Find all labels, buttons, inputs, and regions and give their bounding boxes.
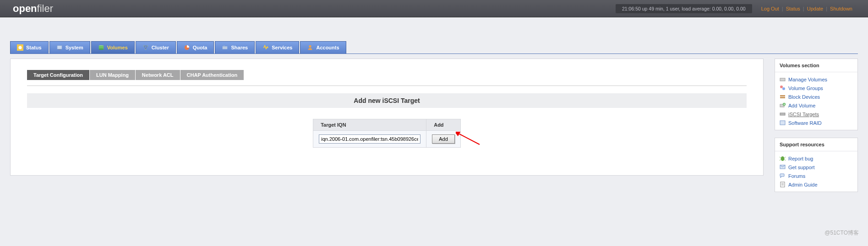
- svg-rect-18: [780, 95, 785, 96]
- top-bar: openfiler 21:06:50 up 49 min, 1 user, lo…: [0, 0, 868, 17]
- shutdown-link[interactable]: Shutdown: [827, 6, 855, 11]
- accounts-icon: [307, 44, 313, 51]
- link-block-devices[interactable]: Block Devices: [780, 94, 853, 100]
- forums-icon: [780, 173, 786, 179]
- guide-icon: [780, 182, 786, 187]
- link-forums[interactable]: Forums: [780, 173, 853, 179]
- main-nav: Status System Volumes Cluster Quota Shar…: [10, 41, 858, 54]
- iscsi-icon: [780, 111, 786, 117]
- sub-nav: Target Configuration LUN Mapping Network…: [27, 70, 747, 80]
- nav-volumes[interactable]: Volumes: [91, 41, 135, 53]
- nav-shares[interactable]: Shares: [215, 41, 255, 53]
- svg-point-13: [309, 45, 311, 48]
- subnav-target-config[interactable]: Target Configuration: [27, 70, 90, 80]
- nav-quota[interactable]: Quota: [177, 41, 214, 53]
- link-manage-volumes[interactable]: Manage Volumes: [780, 76, 853, 82]
- quota-icon: [184, 44, 190, 51]
- svg-rect-12: [224, 46, 225, 47]
- svg-rect-22: [780, 113, 785, 115]
- svg-point-1: [19, 46, 22, 49]
- svg-rect-19: [780, 97, 785, 98]
- main-content: Target Configuration LUN Mapping Network…: [10, 59, 764, 176]
- link-iscsi-targets[interactable]: iSCSI Targets: [780, 111, 853, 117]
- drive-icon: [780, 76, 786, 82]
- logout-link[interactable]: Log Out: [759, 6, 782, 11]
- panel-title: Volumes section: [775, 59, 857, 72]
- support-resources-panel: Support resources Report bug Get support…: [775, 138, 858, 192]
- link-get-support[interactable]: Get support: [780, 164, 853, 170]
- panel-title: Support resources: [775, 138, 857, 151]
- svg-point-16: [780, 86, 783, 88]
- link-volume-groups[interactable]: Volume Groups: [780, 85, 853, 91]
- group-icon: [780, 85, 786, 91]
- nav-status[interactable]: Status: [10, 41, 49, 53]
- svg-point-6: [99, 48, 104, 50]
- th-add: Add: [426, 119, 461, 131]
- cluster-icon: [142, 44, 149, 51]
- link-software-raid[interactable]: Software RAID: [780, 120, 853, 126]
- svg-rect-26: [780, 174, 784, 176]
- status-icon: [17, 44, 23, 51]
- system-uptime: 21:06:50 up 49 min, 1 user, load average…: [616, 4, 752, 13]
- subnav-lun-mapping[interactable]: LUN Mapping: [90, 70, 136, 80]
- nav-cluster[interactable]: Cluster: [136, 41, 176, 53]
- subnav-chap-auth[interactable]: CHAP Authentication: [180, 70, 244, 80]
- target-iqn-input[interactable]: [319, 134, 420, 144]
- top-links: Log Out| Status| Update| Shutdown: [759, 6, 855, 11]
- svg-rect-3: [58, 49, 60, 50]
- update-link[interactable]: Update: [804, 6, 826, 11]
- th-target-iqn: Target IQN: [313, 119, 426, 131]
- svg-point-17: [782, 87, 785, 90]
- link-add-volume[interactable]: Add Volume: [780, 102, 853, 108]
- add-target-table: Target IQN Add Add: [313, 119, 461, 148]
- svg-rect-23: [780, 121, 785, 125]
- subnav-network-acl[interactable]: Network ACL: [136, 70, 180, 80]
- svg-rect-11: [223, 46, 228, 49]
- bug-icon: [780, 155, 786, 161]
- shares-icon: [222, 44, 228, 51]
- link-report-bug[interactable]: Report bug: [780, 155, 853, 161]
- status-link[interactable]: Status: [783, 6, 803, 11]
- add-button[interactable]: Add: [432, 134, 455, 144]
- block-icon: [780, 94, 786, 100]
- svg-point-24: [781, 156, 785, 161]
- add-drive-icon: [780, 102, 786, 108]
- annotation-arrow: [456, 132, 480, 146]
- link-admin-guide[interactable]: Admin Guide: [780, 182, 853, 187]
- nav-services[interactable]: Services: [256, 41, 299, 53]
- system-icon: [56, 44, 63, 51]
- section-title: Add new iSCSI Target: [27, 93, 747, 108]
- brand-logo: openfiler: [13, 3, 53, 15]
- nav-system[interactable]: System: [49, 41, 90, 53]
- services-icon: [262, 44, 269, 51]
- support-icon: [780, 164, 786, 170]
- svg-rect-15: [780, 78, 785, 81]
- volumes-section-panel: Volumes section Manage Volumes Volume Gr…: [775, 59, 858, 130]
- svg-rect-2: [57, 46, 62, 49]
- raid-icon: [780, 120, 786, 126]
- nav-accounts[interactable]: Accounts: [300, 41, 346, 53]
- volumes-icon: [98, 44, 104, 51]
- svg-line-14: [459, 134, 480, 144]
